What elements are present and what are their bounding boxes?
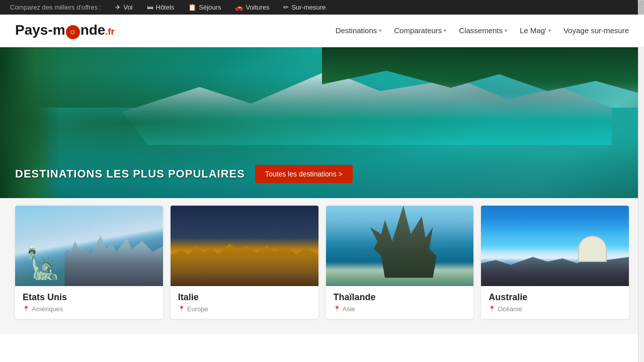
destination-card-italy[interactable]: Italie 📍 Europe <box>171 206 318 319</box>
destination-name-usa: Etats Unis <box>23 292 155 303</box>
destination-card-usa[interactable]: Etats Unis 📍 Amériques <box>15 206 163 319</box>
pin-icon: 📍 <box>489 306 496 312</box>
top-bar-sejours[interactable]: 📋 Séjours <box>188 4 221 11</box>
chevron-down-icon: ▾ <box>444 28 446 33</box>
destination-card-body-thailand: Thaïlande 📍 Asie <box>326 286 474 319</box>
hero-section: DESTINATIONS LES PLUS POPULAIRES Toutes … <box>0 47 644 198</box>
destination-name-australia: Australie <box>489 292 621 303</box>
logo-pays: Pays-m <box>15 22 65 38</box>
logo-globe: ○ <box>66 25 80 39</box>
clipboard-icon: 📋 <box>188 4 196 11</box>
pencil-icon: ✏ <box>283 4 289 11</box>
top-bar-sur-mesure[interactable]: ✏ Sur-mesure <box>283 4 326 11</box>
main-nav: Destinations ▾ Comparateurs ▾ Classement… <box>336 26 629 35</box>
destination-card-body-australia: Australie 📍 Océanie <box>481 286 629 319</box>
plane-icon: ✈ <box>115 4 121 11</box>
destination-region-thailand: 📍 Asie <box>334 305 466 313</box>
all-destinations-button[interactable]: Toutes les destinations > <box>255 165 353 183</box>
nav-comparateurs[interactable]: Comparateurs ▾ <box>394 26 446 35</box>
logo[interactable]: Pays-m○nde.fr <box>15 22 114 39</box>
pin-icon: 📍 <box>23 306 30 312</box>
destination-card-body-usa: Etats Unis 📍 Amériques <box>15 286 163 319</box>
car-icon: 🚗 <box>235 4 243 11</box>
top-bar-vol[interactable]: ✈ Vol <box>115 4 132 11</box>
chevron-down-icon: ▾ <box>379 28 381 33</box>
top-bar-label: Comparez des milliers d'offres : <box>10 4 101 11</box>
destination-region-italy: 📍 Europe <box>178 305 311 313</box>
destination-card-australia[interactable]: Australie 📍 Océanie <box>481 206 629 319</box>
destinations-section: Etats Unis 📍 Amériques Italie 📍 Europe T… <box>0 198 644 334</box>
top-bar-hotels[interactable]: 🛏 Hôtels <box>147 4 175 11</box>
nav-classements[interactable]: Classements ▾ <box>459 26 507 35</box>
scrollbar[interactable] <box>638 0 644 334</box>
header: Pays-m○nde.fr Destinations ▾ Comparateur… <box>0 15 644 47</box>
destinations-grid: Etats Unis 📍 Amériques Italie 📍 Europe T… <box>15 198 629 319</box>
destination-image-italy <box>171 206 318 286</box>
destination-name-thailand: Thaïlande <box>334 292 466 303</box>
nav-voyage-sur-mesure[interactable]: Voyage sur-mesure <box>564 26 629 35</box>
destination-region-usa: 📍 Amériques <box>23 305 155 313</box>
destination-image-usa <box>15 206 163 286</box>
logo-fr: .fr <box>105 27 114 37</box>
bed-icon: 🛏 <box>147 4 153 11</box>
top-bar: Comparez des milliers d'offres : ✈ Vol 🛏… <box>0 0 644 15</box>
destination-card-body-italy: Italie 📍 Europe <box>171 286 318 319</box>
hero-content: DESTINATIONS LES PLUS POPULAIRES Toutes … <box>15 165 353 183</box>
chevron-down-icon: ▾ <box>548 28 551 33</box>
destination-card-thailand[interactable]: Thaïlande 📍 Asie <box>326 206 474 319</box>
hero-title: DESTINATIONS LES PLUS POPULAIRES <box>15 167 245 180</box>
destination-image-australia <box>481 206 629 286</box>
top-bar-voitures[interactable]: 🚗 Voitures <box>235 4 269 11</box>
nav-lemag[interactable]: Le Mag' ▾ <box>520 26 551 35</box>
pin-icon: 📍 <box>178 306 185 312</box>
logo-nde: nde <box>80 22 106 38</box>
destination-region-australia: 📍 Océanie <box>489 305 621 313</box>
pin-icon: 📍 <box>334 306 341 312</box>
destination-image-thailand <box>326 206 474 286</box>
chevron-down-icon: ▾ <box>505 28 507 33</box>
nav-destinations[interactable]: Destinations ▾ <box>336 26 382 35</box>
destination-name-italy: Italie <box>178 292 311 303</box>
